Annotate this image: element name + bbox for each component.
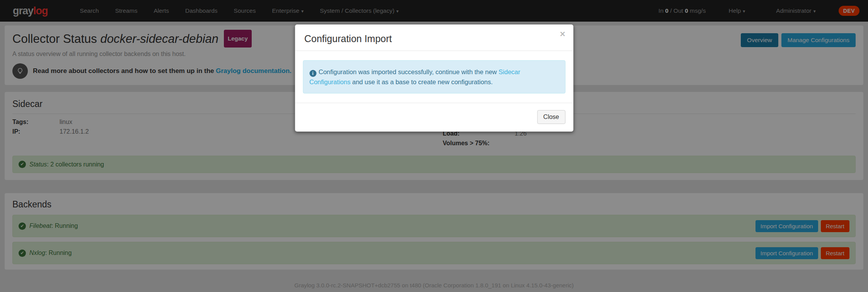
import-success-alert: iConfiguration was imported successfully… [303,60,565,93]
configuration-import-modal: Configuration Import × iConfiguration wa… [295,24,573,132]
close-button[interactable]: Close [537,110,565,124]
modal-footer: Close [295,103,573,131]
close-icon[interactable]: × [560,29,565,39]
modal-header: Configuration Import × [295,25,573,51]
modal-title: Configuration Import [304,32,564,45]
modal-body: iConfiguration was imported successfully… [295,51,573,103]
info-icon: i [309,70,316,77]
